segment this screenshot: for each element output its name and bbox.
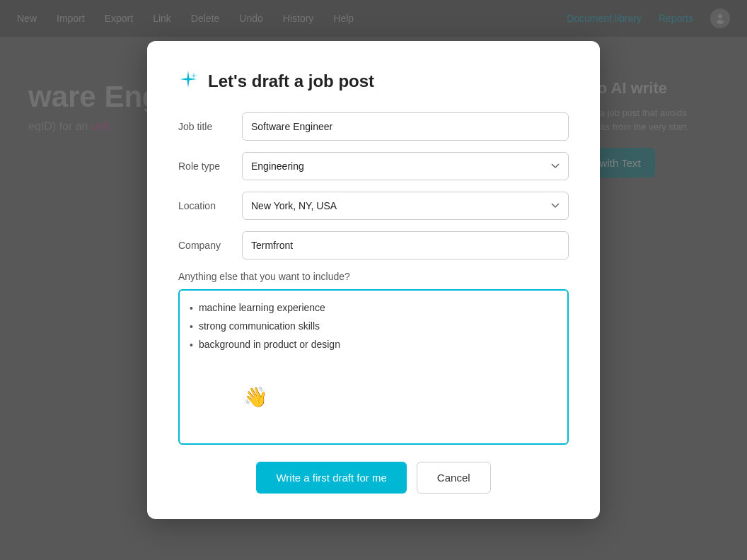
textarea-line-3: • background in product or design (190, 336, 557, 354)
job-title-input[interactable] (242, 112, 569, 141)
textarea-section: Anything else that you want to include? … (178, 271, 569, 445)
modal-title: Let's draft a job post (208, 71, 374, 91)
bullet-2: • (190, 318, 193, 336)
job-title-label: Job title (178, 121, 242, 132)
company-row: Company (178, 231, 569, 259)
textarea-label: Anything else that you want to include? (178, 271, 569, 282)
bullet-3: • (190, 337, 193, 354)
bullet-1: • (190, 300, 193, 317)
location-row: Location New York, NY, USA (178, 192, 569, 220)
location-label: Location (178, 200, 242, 211)
extras-textarea[interactable]: • machine learning experience • strong c… (178, 289, 569, 445)
role-type-label: Role type (178, 161, 242, 172)
write-draft-button[interactable]: Write a first draft for me (256, 462, 406, 494)
modal-overlay: Let's draft a job post Job title Role ty… (0, 0, 747, 560)
job-title-row: Job title (178, 112, 569, 141)
cancel-button[interactable]: Cancel (417, 462, 491, 494)
company-label: Company (178, 240, 242, 251)
modal-footer: Write a first draft for me Cancel (178, 462, 569, 494)
role-type-row: Role type Engineering (178, 152, 569, 180)
cursor-hand: 👋 (243, 380, 268, 415)
location-select[interactable]: New York, NY, USA (242, 192, 569, 220)
sparkle-icon (178, 69, 198, 93)
textarea-line-2: • strong communication skills (190, 317, 557, 336)
textarea-line-1: • machine learning experience (190, 299, 557, 317)
company-input[interactable] (242, 231, 569, 259)
modal-header: Let's draft a job post (178, 69, 569, 93)
role-type-select[interactable]: Engineering (242, 152, 569, 180)
modal-dialog: Let's draft a job post Job title Role ty… (147, 41, 600, 519)
modal-form: Job title Role type Engineering Location… (178, 112, 569, 445)
